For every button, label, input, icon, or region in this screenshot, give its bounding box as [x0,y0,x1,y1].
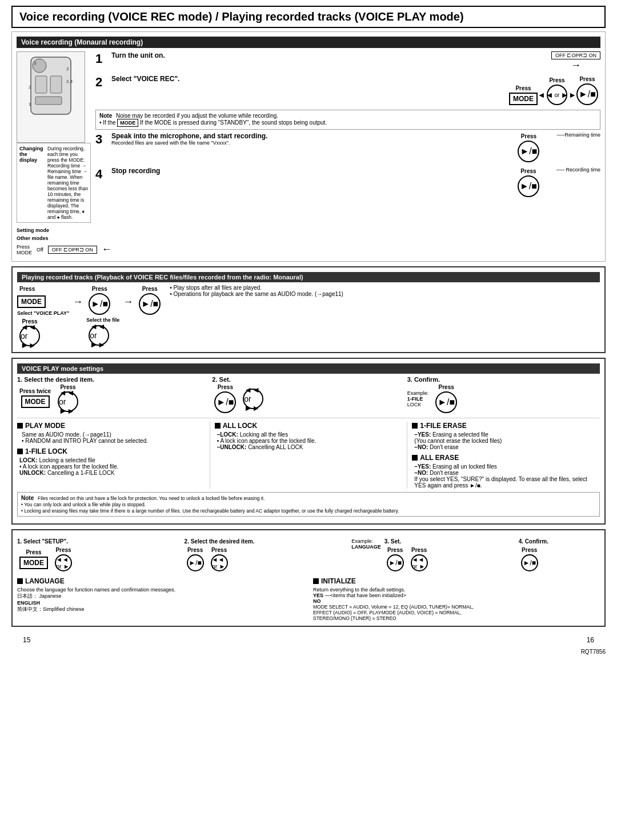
setting-mode-row: Setting mode [17,227,91,233]
play-stop-button[interactable]: ►/■ [576,83,598,105]
page-wrapper: Voice recording (VOICE REC mode) / Playi… [11,6,606,655]
vp-press-label-1: Press [19,286,35,292]
setup-press-label-7: Press [522,547,537,553]
svg-text:2: 2 [66,66,69,71]
recording-time-label: —– Recording time [556,167,600,173]
setup-prev-next-1[interactable]: ◄◄ or ► [55,554,72,571]
step-2-row: 2 Select "VOICE REC". Press MODE Press ◄… [95,75,600,106]
step-3-row: 3 Speak into the microphone, and start r… [95,132,600,163]
settings-press-prevsect: Press ◄◄ or ►► [58,384,78,412]
setup-press-label-5: Press [387,547,403,553]
rqt-code: RQT7856 [11,649,606,655]
step-2-num: 2 [95,75,108,90]
init-no: NO [313,598,600,604]
settings-prev-next-2[interactable]: ◄◄ or ►► [243,389,263,409]
language-header: LANGUAGE [17,577,304,585]
note-box-1: Note Noise may be recorded if you adjust… [95,110,600,130]
step-4-row: 4 Stop recording Press ►/■ —– Recording … [95,167,600,198]
all-lock-icon: • A lock icon appears for the locked fil… [217,438,403,444]
setup-press-prev-2: Press ◄◄ or ► [211,547,228,571]
arrow-right-icon: → [571,59,581,71]
setup-step-1: 1. Select "SETUP". Press MODE Press ◄◄ o… [17,538,180,573]
voice-play-section: Playing recorded tracks (Playback of VOI… [11,266,606,353]
language-text: Choose the language for function names a… [17,587,304,593]
press-block-play: Press ►/■ [576,76,598,105]
page-footer: 15 16 [11,631,606,649]
setup-step-2-label: 2. Select the desired item. [185,538,347,545]
step-1-num: 1 [95,51,108,66]
play-mode-header: PLAY MODE [17,422,205,430]
file-lock-icon: • A lock icon appears for the locked fil… [19,463,205,470]
settings-note-title: Note [21,495,34,501]
press-block-prev: Press ◄◄ or ►► [547,77,567,105]
step-4-content: Stop recording [111,167,506,175]
svg-text:2,4: 2,4 [66,79,73,84]
init-no-item-1: MODE SELECT = AUDIO, Volume = 12, EQ (AU… [313,604,600,610]
off-label: Off [37,247,43,253]
settings-confirm-btn[interactable]: ►/■ [435,391,457,413]
step-3-num: 3 [95,132,108,147]
vp-press-play: Press ►/■ [89,286,110,315]
setup-mode-btn[interactable]: MODE [19,557,48,569]
setup-confirm-btn[interactable]: ►/■ [521,554,538,571]
steps-col: 1 Turn the unit on. OFF ⊏OPR⊐ ON → 2 Sel… [95,51,600,202]
opr-bar: OFF ⊏OPR⊐ ON [551,51,600,59]
initialize-header: INITIALIZE [313,577,600,585]
setup-step-4-label: 4. Confirm. [519,538,600,545]
setup-set-btn[interactable]: ►/■ [387,554,404,571]
press-mode-text: Press MODE [17,244,32,255]
all-erase-no: –NO: Don't erase [414,470,600,476]
initialize-text: Return everything to the default setting… [313,587,600,593]
setup-press-confirm: Press ►/■ [521,547,538,571]
settings-step-2-controls: Press ►/■ ◄◄ or ►► [212,383,404,414]
press-label-2: Press [549,77,564,83]
setup-prev-next-3[interactable]: ◄◄ or ► [411,554,428,571]
prev-next-button[interactable]: ◄◄ or ►► [547,85,567,105]
initialize-bullet [313,578,319,584]
stop-button[interactable]: ►/■ [518,175,539,197]
setup-features: LANGUAGE Choose the language for functio… [17,577,600,621]
settings-prev-next-1[interactable]: ◄◄ or ►► [58,391,78,412]
press-twice-label: Press twice [19,388,51,394]
settings-step-1-controls: Press twice MODE Press ◄◄ or ►► [17,383,210,413]
vp-step1-label: Select "VOICE PLAY" [17,310,69,316]
vp-prev-next-2[interactable]: ◄◄ or ►► [89,325,109,346]
press-label-step3: Press [521,133,536,139]
vp-prev-next-1[interactable]: ◄◄ or ►► [19,326,40,346]
setup-play-btn[interactable]: ►/■ [187,554,204,571]
step-1-label: Turn the unit on. [111,51,165,59]
mode-inline-btn: MODE [117,119,138,127]
setup-prev-next-2[interactable]: ◄◄ or ► [211,554,228,571]
arrow-sep-1: → [73,296,83,308]
setup-press-label-2: Press [55,547,71,553]
settings-play-btn[interactable]: ►/■ [214,391,236,413]
note-text-1: Noise may be recorded if you adjust the … [116,113,278,119]
setting-mode-label: Setting mode [17,227,49,233]
setup-step-3-label: 3. Set. [384,538,430,545]
vp-mode-btn[interactable]: MODE [17,295,46,308]
note-text-2: • If the MODE If the MODE is pressed dur… [99,119,327,126]
settings-note-2: • You can only lock and unlock a file wh… [21,502,146,507]
file-lock-bullet [17,449,23,454]
all-lock-bullet [215,423,221,429]
settings-press-confirm: Press ►/■ [435,384,457,413]
changing-display-text: During recording, each time you press th… [47,146,88,220]
play-mode-bullet [17,423,23,429]
settings-step-1: 1. Select the desired item. Press twice … [17,376,210,413]
vp-play-btn-2[interactable]: ►/■ [139,293,161,315]
settings-mode-btn[interactable]: MODE [21,395,50,408]
setup-press-set: Press ►/■ [387,547,404,571]
setup-step-2: 2. Select the desired item. Press ►/■ Pr… [185,538,347,573]
note-title: Note [99,113,112,119]
vp-play-btn[interactable]: ►/■ [89,293,110,315]
settings-press-label-2: Press [218,384,233,390]
page-num-right: 16 [587,636,594,644]
vp-step3: Press ►/■ [137,285,163,316]
all-erase-section: ALL ERASE –YES: Erasing all un locked fi… [412,454,600,489]
play-button-step3[interactable]: ►/■ [518,141,539,162]
svg-text:2: 2 [29,85,31,90]
arrow-left-icon: ← [102,243,112,255]
settings-press-label-3: Press [439,384,454,390]
step-2-label: Select "VOICE REC". [111,75,179,83]
mode-button[interactable]: MODE [509,93,538,105]
